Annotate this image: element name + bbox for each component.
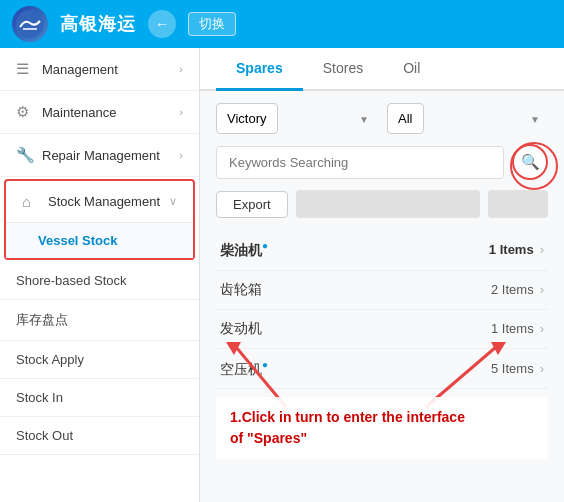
search-icon: 🔍 <box>521 153 540 171</box>
layout: ☰ Management › ⚙ Maintenance › 🔧 Repair … <box>0 48 564 502</box>
sidebar-label-vessel: Vessel Stock <box>38 233 118 248</box>
chevron-icon-4: ∨ <box>169 195 177 208</box>
app-title: 高银海运 <box>60 12 136 36</box>
vessel-filter-wrapper: Victory <box>216 103 377 134</box>
sidebar-item-repair[interactable]: 🔧 Repair Management › <box>0 134 199 177</box>
chevron-icon: › <box>179 63 183 75</box>
back-button[interactable]: ← <box>148 10 176 38</box>
sidebar-item-stock-in[interactable]: Stock In <box>0 379 199 417</box>
sidebar-label-maintenance: Maintenance <box>42 105 116 120</box>
item-name-diesel: 柴油机● <box>220 240 489 260</box>
item-count-diesel: 1 Items <box>489 242 534 257</box>
sidebar-label-repair: Repair Management <box>42 148 160 163</box>
sidebar-item-inventory[interactable]: 库存盘点 <box>0 300 199 341</box>
annotation-text: 1.Click in turn to enter the interface o… <box>216 397 548 459</box>
sidebar: ☰ Management › ⚙ Maintenance › 🔧 Repair … <box>0 48 200 502</box>
sidebar-item-management[interactable]: ☰ Management › <box>0 48 199 91</box>
main-content: Spares Stores Oil Victory All <box>200 48 564 502</box>
annotation-line-2: of "Spares" <box>230 430 307 446</box>
annotation-area: 1.Click in turn to enter the interface o… <box>216 397 548 459</box>
repair-icon: 🔧 <box>16 146 34 164</box>
action-placeholder-2 <box>488 190 548 218</box>
sidebar-label-stock: Stock Management <box>48 194 160 209</box>
sidebar-item-vessel-stock[interactable]: Vessel Stock <box>6 223 193 258</box>
category-select[interactable]: All <box>387 103 424 134</box>
arrow-icon-2: › <box>540 282 544 297</box>
header: 高银海运 ← 切换 <box>0 0 564 48</box>
logo <box>12 6 48 42</box>
list-item[interactable]: 齿轮箱 2 Items › <box>216 271 548 310</box>
management-icon: ☰ <box>16 60 34 78</box>
sidebar-item-stock-apply[interactable]: Stock Apply <box>0 341 199 379</box>
chevron-icon-2: › <box>179 106 183 118</box>
sidebar-item-stock-management[interactable]: ⌂ Stock Management ∨ <box>6 181 193 223</box>
arrow-icon: › <box>540 242 544 257</box>
sidebar-item-shore-stock[interactable]: Shore-based Stock <box>0 262 199 300</box>
maintenance-icon: ⚙ <box>16 103 34 121</box>
chevron-icon-3: › <box>179 149 183 161</box>
home-icon: ⌂ <box>22 193 40 210</box>
arrow-icon-3: › <box>540 321 544 336</box>
item-name-gearbox: 齿轮箱 <box>220 281 491 299</box>
tab-spares[interactable]: Spares <box>216 48 303 91</box>
annotation-line-1: 1.Click in turn to enter the interface <box>230 409 465 425</box>
sidebar-label-management: Management <box>42 62 118 77</box>
search-input[interactable] <box>216 146 504 179</box>
sidebar-item-stock-out[interactable]: Stock Out <box>0 417 199 455</box>
category-filter-wrapper: All <box>387 103 548 134</box>
search-row: 🔍 <box>216 144 548 180</box>
export-button[interactable]: Export <box>216 191 288 218</box>
content-area: Victory All 🔍 Export <box>200 91 564 502</box>
item-count-gearbox: 2 Items <box>491 282 534 297</box>
vessel-select[interactable]: Victory <box>216 103 278 134</box>
stock-management-group: ⌂ Stock Management ∨ Vessel Stock <box>4 179 195 260</box>
item-name-engine: 发动机 <box>220 320 491 338</box>
sidebar-item-maintenance[interactable]: ⚙ Maintenance › <box>0 91 199 134</box>
action-row: Export <box>216 190 548 218</box>
action-placeholder <box>296 190 480 218</box>
tab-bar: Spares Stores Oil <box>200 48 564 91</box>
search-button[interactable]: 🔍 <box>512 144 548 180</box>
item-count-engine: 1 Items <box>491 321 534 336</box>
switch-button[interactable]: 切换 <box>188 12 236 36</box>
filter-row: Victory All <box>216 103 548 134</box>
list-item[interactable]: 柴油机● 1 Items › <box>216 230 548 271</box>
tab-oil[interactable]: Oil <box>383 48 440 91</box>
tab-stores[interactable]: Stores <box>303 48 383 91</box>
